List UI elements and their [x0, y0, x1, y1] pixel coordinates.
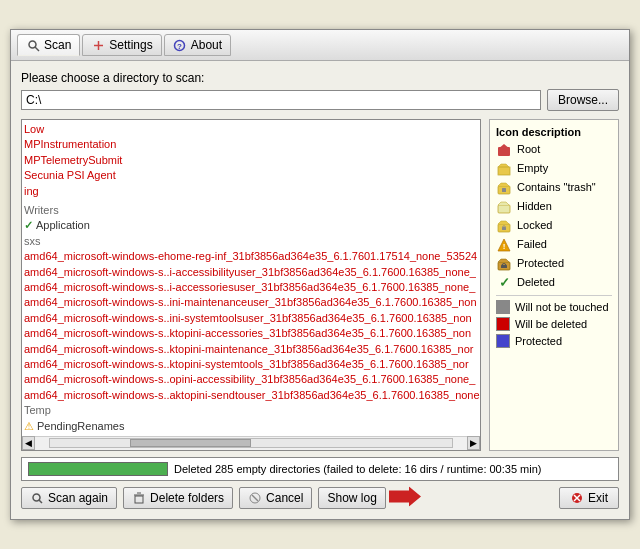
content-area: Please choose a directory to scan: Brows…	[11, 61, 629, 519]
svg-rect-10	[502, 188, 506, 192]
svg-line-19	[39, 500, 42, 503]
icon-desc-title: Icon description	[496, 126, 612, 138]
icon-row-trash: Contains "trash"	[496, 180, 612, 196]
deleted-label: Deleted	[517, 275, 555, 290]
list-section: Writers	[24, 203, 478, 218]
main-window: Scan Settings ? About Please choose a	[10, 29, 630, 520]
tab-about[interactable]: ? About	[164, 34, 231, 56]
cancel-button[interactable]: Cancel	[239, 487, 312, 509]
list-item: amd64_microsoft-windows-ehome-reg-inf_31…	[24, 249, 478, 264]
bottom-buttons: Scan again Delete folders	[21, 487, 619, 509]
show-log-button[interactable]: Show log	[318, 487, 385, 509]
delete-folders-button[interactable]: Delete folders	[123, 487, 233, 509]
warning-icon: ⚠	[24, 419, 34, 434]
empty-icon	[496, 161, 512, 177]
list-item: amd64_microsoft-windows-s..i-accessibili…	[24, 265, 478, 280]
scroll-right-btn[interactable]: ▶	[467, 436, 480, 450]
list-section: sxs	[24, 234, 478, 249]
exit-label: Exit	[588, 491, 608, 505]
list-item: amd64_microsoft-windows-s..i-accessories…	[24, 280, 478, 295]
list-item: amd64_microsoft-windows-s..ktopini-acces…	[24, 326, 478, 341]
tab-settings[interactable]: Settings	[82, 34, 161, 56]
list-item: MPInstrumentation	[24, 137, 478, 152]
list-item: amd64_microsoft-windows-s..ktopini-syste…	[24, 357, 478, 372]
root-icon	[496, 142, 512, 158]
scan-again-button[interactable]: Scan again	[21, 487, 117, 509]
check-icon: ✓	[24, 218, 33, 233]
protected-label: Protected	[517, 256, 564, 271]
svg-point-18	[33, 494, 40, 501]
legend-swatch-blue	[496, 334, 510, 348]
deleted-icon: ✓	[496, 275, 512, 291]
trash-icon	[496, 180, 512, 196]
cancel-label: Cancel	[266, 491, 303, 505]
titlebar: Scan Settings ? About	[11, 30, 629, 61]
tab-settings-label: Settings	[109, 38, 152, 52]
svg-line-24	[252, 495, 258, 501]
svg-marker-25	[389, 486, 421, 506]
progress-bar-container	[28, 462, 168, 476]
directory-row: Browse...	[21, 89, 619, 111]
scan-icon	[26, 38, 40, 52]
scan-again-label: Scan again	[48, 491, 108, 505]
icon-description-panel: Icon description Root	[489, 119, 619, 451]
scroll-left-btn[interactable]: ◀	[22, 436, 35, 450]
svg-rect-13	[502, 227, 506, 230]
icon-row-locked: Locked	[496, 218, 612, 234]
scan-again-icon	[30, 491, 44, 505]
icon-row-hidden: Hidden	[496, 199, 612, 215]
status-text: Deleted 285 empty directories (failed to…	[174, 463, 541, 475]
list-item: MPTelemetrySubmit	[24, 153, 478, 168]
cancel-icon	[248, 491, 262, 505]
tab-scan[interactable]: Scan	[17, 34, 80, 56]
list-item: amd64_microsoft-windows-s..ktopini-maint…	[24, 342, 478, 357]
exit-icon	[570, 491, 584, 505]
horizontal-scrollbar[interactable]: ◀ ▶	[22, 436, 480, 450]
delete-icon	[132, 491, 146, 505]
svg-text:!: !	[503, 242, 506, 251]
legend-row-red: Will be deleted	[496, 317, 612, 331]
legend-row-blue: Protected	[496, 334, 612, 348]
list-item: Secunia PSI Agent	[24, 168, 478, 183]
svg-text:?: ?	[177, 42, 182, 51]
browse-button[interactable]: Browse...	[547, 89, 619, 111]
hidden-icon	[496, 199, 512, 215]
arrow-indicator	[389, 486, 421, 509]
svg-rect-11	[498, 205, 510, 213]
list-item: amd64_microsoft-windows-s..ini-maintenan…	[24, 295, 478, 310]
directory-input[interactable]	[21, 90, 541, 110]
exit-button[interactable]: Exit	[559, 487, 619, 509]
trash-label: Contains "trash"	[517, 180, 596, 195]
show-log-wrapper: Show log	[318, 487, 385, 509]
hidden-label: Hidden	[517, 199, 552, 214]
list-item: ing	[24, 184, 478, 199]
failed-icon: !	[496, 237, 512, 253]
list-item: ✓ Application	[24, 218, 478, 233]
icon-row-protected: Protected	[496, 256, 612, 272]
delete-folders-label: Delete folders	[150, 491, 224, 505]
locked-icon	[496, 218, 512, 234]
svg-rect-20	[135, 496, 143, 503]
list-item: amd64_microsoft-windows-s..aktopini-send…	[24, 388, 478, 403]
legend-blue-label: Protected	[515, 335, 562, 347]
locked-label: Locked	[517, 218, 552, 233]
svg-rect-7	[498, 167, 510, 175]
svg-point-0	[29, 41, 36, 48]
scroll-track-h	[49, 438, 454, 448]
progress-bar-fill	[29, 463, 167, 475]
list-section: Temp	[24, 403, 478, 418]
tab-about-label: About	[191, 38, 222, 52]
tab-scan-label: Scan	[44, 38, 71, 52]
list-item: amd64_microsoft-windows-s..opini-accessi…	[24, 372, 478, 387]
svg-rect-17	[501, 265, 507, 268]
show-log-label: Show log	[327, 491, 376, 505]
divider	[496, 295, 612, 296]
list-item: ⚠ PendingRenames	[24, 419, 478, 434]
legend-row-gray: Will not be touched	[496, 300, 612, 314]
scan-list[interactable]: Low MPInstrumentation MPTelemetrySubmit …	[22, 120, 480, 436]
svg-line-1	[35, 47, 39, 51]
scroll-thumb-h[interactable]	[130, 439, 251, 447]
list-item: amd64_microsoft-windows-s..ini-systemtoo…	[24, 311, 478, 326]
directory-label: Please choose a directory to scan:	[21, 71, 619, 85]
scan-list-container: Low MPInstrumentation MPTelemetrySubmit …	[21, 119, 481, 451]
